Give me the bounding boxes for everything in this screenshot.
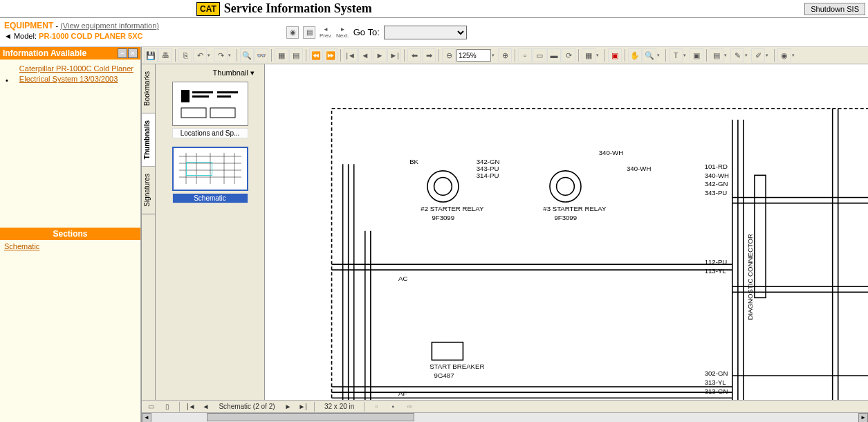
nav-controls: ◉ ▤ ◄Prev. ►Next. Go To: bbox=[196, 18, 868, 46]
page-next-icon[interactable]: ► bbox=[285, 403, 292, 410]
svg-text:START BREAKER: START BREAKER bbox=[430, 363, 484, 370]
scroll-left-icon[interactable]: ◄ bbox=[142, 413, 151, 423]
section-schematic-link[interactable]: Schematic bbox=[0, 240, 140, 253]
undo-icon[interactable]: ↶ bbox=[193, 48, 207, 62]
search-icon[interactable]: 🔍 bbox=[240, 48, 254, 62]
adobe-icon[interactable]: ▣ bbox=[608, 48, 622, 62]
tab-bookmarks[interactable]: Bookmarks bbox=[142, 64, 155, 113]
save-icon[interactable]: 💾 bbox=[144, 48, 158, 62]
fit-width-icon[interactable]: ▬ bbox=[547, 48, 561, 62]
highlight-icon[interactable]: ✎ bbox=[730, 48, 744, 62]
pdf-body: Bookmarks Thumbnails Signatures Thumbnai… bbox=[142, 64, 868, 400]
back-arrow-icon[interactable]: ◄ bbox=[4, 32, 14, 40]
thumbnail-preview-2[interactable] bbox=[172, 147, 248, 191]
thumbnail-dropdown[interactable]: Thumbnail ▾ bbox=[158, 67, 261, 82]
subheader: EQUIPMENT - (View equipment information)… bbox=[0, 18, 868, 47]
forward-icon[interactable]: ➡ bbox=[422, 48, 436, 62]
svg-rect-4 bbox=[217, 95, 231, 98]
snapshot-icon[interactable]: ▣ bbox=[690, 48, 703, 62]
note-icon[interactable]: ▤ bbox=[710, 48, 723, 62]
sidebar-body: Caterpillar PR-1000C Cold Planer Electri… bbox=[0, 59, 140, 89]
continuous-icon[interactable]: ▪ bbox=[388, 402, 398, 412]
next-page-icon[interactable]: ► bbox=[373, 48, 387, 62]
pdf-viewer: 💾 🖶 ⎘ ↶▾ ↷▾ 🔍 👓 ▦ ▤ ⏪ ⏩ |◄ ◄ ► ►| ⬅ ➡ ⊖ bbox=[141, 47, 868, 422]
print-icon[interactable]: 🖶 bbox=[158, 48, 172, 62]
svg-point-52 bbox=[550, 171, 581, 202]
document-link[interactable]: Caterpillar PR-1000C Cold Planer Electri… bbox=[19, 64, 135, 85]
scroll-right-icon[interactable]: ► bbox=[858, 413, 868, 423]
schematic-canvas[interactable]: #2 STARTER RELAY 9F3099 #3 STARTER RELAY… bbox=[265, 64, 868, 400]
zoom-input[interactable] bbox=[456, 49, 491, 62]
tab-signatures[interactable]: Signatures bbox=[142, 167, 155, 214]
actual-size-icon[interactable]: ▫ bbox=[518, 48, 532, 62]
info-available-header: Information Available − × bbox=[0, 47, 140, 59]
thumbnails-icon[interactable]: ▦ bbox=[275, 48, 288, 62]
page-layout-icon[interactable]: ▭ bbox=[146, 402, 156, 412]
svg-text:302-GN: 302-GN bbox=[705, 369, 728, 377]
svg-rect-0 bbox=[181, 90, 190, 102]
page-prev-icon[interactable]: |◄ bbox=[187, 403, 196, 410]
svg-text:DIAGNOSTIC CONNECTOR: DIAGNOSTIC CONNECTOR bbox=[746, 234, 754, 320]
fit-page-icon[interactable]: ▭ bbox=[533, 48, 546, 62]
globe-icon[interactable]: ◉ bbox=[286, 26, 299, 39]
svg-text:314-PU: 314-PU bbox=[477, 172, 499, 179]
back-icon[interactable]: ⬅ bbox=[407, 48, 421, 62]
zoom-in-icon[interactable]: ⊕ bbox=[498, 48, 512, 62]
page-last-icon[interactable]: ►| bbox=[298, 403, 307, 410]
sections-header: Sections bbox=[0, 228, 140, 240]
svg-text:340-WH: 340-WH bbox=[705, 172, 729, 179]
text-select-icon[interactable]: T bbox=[669, 48, 683, 62]
svg-text:340-WH: 340-WH bbox=[599, 149, 623, 156]
thumbnail-item-2[interactable]: Schematic bbox=[158, 147, 261, 203]
redo-icon[interactable]: ↷ bbox=[214, 48, 228, 62]
rotate-icon[interactable]: ⟳ bbox=[562, 48, 575, 62]
shutdown-button[interactable]: Shutdown SIS bbox=[804, 3, 865, 15]
goto-select[interactable] bbox=[384, 26, 467, 39]
model-value: PR-1000 COLD PLANER 5XC bbox=[39, 32, 142, 40]
equipment-info-link[interactable]: (View equipment information) bbox=[60, 21, 159, 30]
app-header: CAT Service Information System Shutdown … bbox=[0, 0, 868, 18]
svg-text:340-WH: 340-WH bbox=[627, 165, 651, 172]
side-tabs: Bookmarks Thumbnails Signatures bbox=[142, 64, 156, 400]
bookmarks-icon[interactable]: ▤ bbox=[289, 48, 303, 62]
svg-point-49 bbox=[434, 178, 452, 196]
last-page-icon[interactable]: ►| bbox=[387, 48, 401, 62]
scroll-thumb[interactable] bbox=[207, 413, 414, 421]
equipment-block: EQUIPMENT - (View equipment information)… bbox=[0, 18, 196, 46]
tab-thumbnails[interactable]: Thumbnails bbox=[142, 113, 155, 167]
thumbnail-preview-1[interactable] bbox=[172, 82, 248, 126]
page-size: 32 x 20 in bbox=[322, 403, 357, 410]
facing-icon[interactable]: ▫▫ bbox=[405, 402, 414, 412]
svg-text:313-YL: 313-YL bbox=[705, 378, 727, 386]
form-icon[interactable]: ▦ bbox=[582, 48, 595, 62]
svg-text:342-GN: 342-GN bbox=[705, 180, 728, 187]
svg-text:9G487: 9G487 bbox=[434, 371, 454, 379]
prev-page-icon[interactable]: ◄ bbox=[358, 48, 372, 62]
pencil-icon[interactable]: ✐ bbox=[751, 48, 765, 62]
page-indicator: Schematic (2 of 2) bbox=[216, 403, 277, 410]
page-back-icon[interactable]: ◄ bbox=[203, 403, 210, 410]
single-page-icon[interactable]: ▫ bbox=[371, 402, 381, 412]
svg-text:#3 STARTER RELAY: #3 STARTER RELAY bbox=[543, 205, 607, 212]
next-button[interactable]: ►Next. bbox=[336, 26, 349, 39]
thumbnail-item-1[interactable]: Locations and Sp... bbox=[158, 82, 261, 138]
stamp-icon[interactable]: ◉ bbox=[777, 48, 791, 62]
binoculars-icon[interactable]: 👓 bbox=[255, 48, 268, 62]
first-page-icon[interactable]: |◄ bbox=[344, 48, 358, 62]
close-icon[interactable]: × bbox=[128, 48, 138, 58]
svg-rect-1 bbox=[192, 91, 213, 93]
right-end-icon[interactable]: ⏩ bbox=[324, 48, 338, 62]
zoom-tool-icon[interactable]: 🔍 bbox=[643, 48, 656, 62]
prev-button[interactable]: ◄Prev. bbox=[320, 26, 332, 39]
scroll-track[interactable] bbox=[151, 413, 858, 423]
left-end-icon[interactable]: ⏪ bbox=[309, 48, 323, 62]
app-title: Service Information System bbox=[224, 1, 372, 16]
copy-icon[interactable]: ⎘ bbox=[178, 48, 192, 62]
horizontal-scrollbar[interactable]: ◄ ► bbox=[142, 412, 868, 422]
hand-icon[interactable]: ✋ bbox=[628, 48, 642, 62]
page-layout2-icon[interactable]: ▯ bbox=[163, 402, 172, 412]
svg-text:101-RD: 101-RD bbox=[705, 163, 728, 170]
book-icon[interactable]: ▤ bbox=[303, 26, 315, 39]
minimize-icon[interactable]: − bbox=[118, 48, 127, 58]
zoom-out-icon[interactable]: ⊖ bbox=[442, 48, 456, 62]
